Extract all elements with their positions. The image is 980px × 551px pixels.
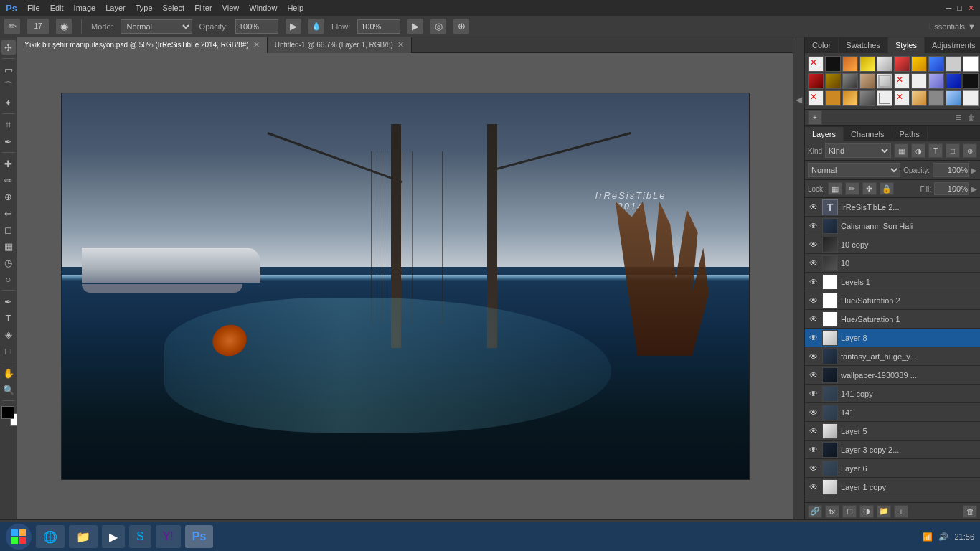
style-swatch-15[interactable] xyxy=(894,73,910,89)
layer-item-1[interactable]: 👁 Çalışmanın Son Hali xyxy=(805,217,980,235)
blend-mode-select[interactable]: Normal xyxy=(808,163,900,177)
pixel-filter-btn[interactable]: ▦ xyxy=(894,143,908,158)
menu-view[interactable]: View xyxy=(222,4,240,12)
style-swatch-9[interactable] xyxy=(963,56,979,72)
airbrush-toggle[interactable]: ◎ xyxy=(430,19,446,34)
layer-visibility-4[interactable]: 👁 xyxy=(808,277,819,287)
layer-item-8[interactable]: 👁 fantasy_art_huge_y... xyxy=(805,347,980,366)
style-swatch-12[interactable] xyxy=(842,73,858,89)
taskbar-btn-yahoo[interactable]: Y! xyxy=(156,525,181,548)
move-tool[interactable]: ✣ xyxy=(1,40,16,55)
path-tool[interactable]: ◈ xyxy=(1,327,16,342)
lasso-tool[interactable]: ⌒ xyxy=(1,79,16,93)
layer-item-5[interactable]: 👁 Hue/Saturation 2 xyxy=(805,291,980,310)
opacity-more-icon[interactable]: ▶ xyxy=(286,19,301,34)
layer-item-14[interactable]: 👁 Layer 6 xyxy=(805,459,980,478)
marquee-tool[interactable]: ▭ xyxy=(1,62,16,77)
style-swatch-20[interactable] xyxy=(808,90,824,106)
panel-collapse-button[interactable]: ◀ xyxy=(793,37,804,519)
essentials-dropdown-icon[interactable]: ▼ xyxy=(968,22,976,31)
canvas-content[interactable]: IrReSisTibLe 2014 xyxy=(17,53,793,519)
shape-filter-btn[interactable]: □ xyxy=(946,143,960,158)
healing-tool[interactable]: ✚ xyxy=(1,156,16,171)
adjustment-filter-btn[interactable]: ◑ xyxy=(911,143,925,158)
layer-link-btn[interactable]: 🔗 xyxy=(808,505,822,518)
styles-tab[interactable]: Styles xyxy=(888,37,925,53)
style-swatch-27[interactable] xyxy=(928,90,944,106)
taskbar-btn-media[interactable]: ▶ xyxy=(102,525,125,548)
zoom-tool[interactable]: 🔍 xyxy=(1,382,16,397)
mode-select[interactable]: Normal xyxy=(121,19,192,34)
menu-edit[interactable]: Edit xyxy=(50,4,64,12)
layer-visibility-6[interactable]: 👁 xyxy=(808,314,819,324)
menu-file[interactable]: File xyxy=(27,4,40,12)
style-swatch-29[interactable] xyxy=(963,90,979,106)
style-swatch-8[interactable] xyxy=(946,56,961,72)
color-tab[interactable]: Color xyxy=(805,37,839,53)
style-swatch-3[interactable] xyxy=(859,56,875,72)
canvas-tab-1[interactable]: Untitled-1 @ 66.7% (Layer 1, RGB/8) ✕ xyxy=(268,37,412,53)
lock-all-btn[interactable]: 🔒 xyxy=(880,182,894,195)
layer-item-4[interactable]: 👁 Levels 1 xyxy=(805,273,980,291)
layer-visibility-13[interactable]: 👁 xyxy=(808,445,819,455)
blur-tool[interactable]: ◷ xyxy=(1,255,16,270)
text-tool[interactable]: T xyxy=(1,311,16,325)
layer-item-11[interactable]: 👁 141 xyxy=(805,403,980,422)
layer-visibility-8[interactable]: 👁 xyxy=(808,352,819,362)
style-swatch-2[interactable] xyxy=(842,56,858,72)
style-swatch-21[interactable] xyxy=(825,90,841,106)
fg-color-swatch[interactable] xyxy=(1,406,14,419)
eyedropper-tool[interactable]: ✒ xyxy=(1,134,16,149)
style-swatch-1[interactable] xyxy=(825,56,841,72)
layer-item-13[interactable]: 👁 Layer 3 copy 2... xyxy=(805,441,980,459)
layer-item-15[interactable]: 👁 Layer 1 copy xyxy=(805,478,980,496)
layer-visibility-15[interactable]: 👁 xyxy=(808,482,819,492)
style-swatch-13[interactable] xyxy=(859,73,875,89)
crop-tool[interactable]: ⌗ xyxy=(1,118,16,132)
taskbar-btn-skype[interactable]: S xyxy=(129,525,151,548)
window-close[interactable]: ✕ xyxy=(968,4,974,13)
history-brush-tool[interactable]: ↩ xyxy=(1,206,16,220)
layer-item-3[interactable]: 👁 10 xyxy=(805,254,980,273)
flow-more-icon[interactable]: ▶ xyxy=(407,19,423,34)
type-filter-btn[interactable]: T xyxy=(928,143,943,158)
smart-filter-btn[interactable]: ⊕ xyxy=(963,143,977,158)
style-swatch-6[interactable] xyxy=(911,56,927,72)
menu-image[interactable]: Image xyxy=(74,4,96,12)
style-swatch-28[interactable] xyxy=(946,90,961,106)
style-swatch-25[interactable] xyxy=(894,90,910,106)
style-swatch-17[interactable] xyxy=(928,73,944,89)
layer-visibility-1[interactable]: 👁 xyxy=(808,221,819,231)
eraser-tool[interactable]: ◻ xyxy=(1,222,16,237)
style-swatch-19[interactable] xyxy=(963,73,979,89)
gradient-tool[interactable]: ▦ xyxy=(1,239,16,253)
style-swatch-22[interactable] xyxy=(842,90,858,106)
layer-group-btn[interactable]: 📁 xyxy=(877,505,891,518)
pen-tool[interactable]: ✒ xyxy=(1,294,16,309)
layer-new-btn[interactable]: + xyxy=(894,505,908,518)
style-swatch-26[interactable] xyxy=(911,90,927,106)
layer-visibility-14[interactable]: 👁 xyxy=(808,463,819,474)
canvas-tab-0-close[interactable]: ✕ xyxy=(253,40,260,50)
canvas-tab-0[interactable]: Yıkık bir şehir manipulasyon.psd @ 50% (… xyxy=(17,37,268,53)
lock-position-btn[interactable]: ✤ xyxy=(862,182,877,195)
style-swatch-4[interactable] xyxy=(877,56,892,72)
layer-visibility-5[interactable]: 👁 xyxy=(808,296,819,306)
wand-tool[interactable]: ✦ xyxy=(1,95,16,110)
lock-pixels-btn[interactable]: ▦ xyxy=(828,182,842,195)
taskbar-btn-ie[interactable]: 🌐 xyxy=(36,525,65,548)
layer-item-7[interactable]: 👁 Layer 8 xyxy=(805,329,980,347)
opacity-input[interactable] xyxy=(235,19,278,34)
dodge-tool[interactable]: ○ xyxy=(1,272,16,286)
window-restore[interactable]: □ xyxy=(957,4,962,13)
shape-tool[interactable]: □ xyxy=(1,344,16,358)
airbrush-icon[interactable]: 💧 xyxy=(308,19,324,34)
menu-help[interactable]: Help xyxy=(287,4,303,12)
opacity-arrow[interactable]: ▶ xyxy=(971,166,977,174)
layer-adjustment-btn[interactable]: ◑ xyxy=(859,505,874,518)
style-swatch-18[interactable] xyxy=(946,73,961,89)
brush-preset-icon[interactable]: ◉ xyxy=(56,19,72,34)
layer-visibility-10[interactable]: 👁 xyxy=(808,389,819,399)
layer-item-6[interactable]: 👁 Hue/Saturation 1 xyxy=(805,310,980,329)
layer-visibility-11[interactable]: 👁 xyxy=(808,408,819,418)
